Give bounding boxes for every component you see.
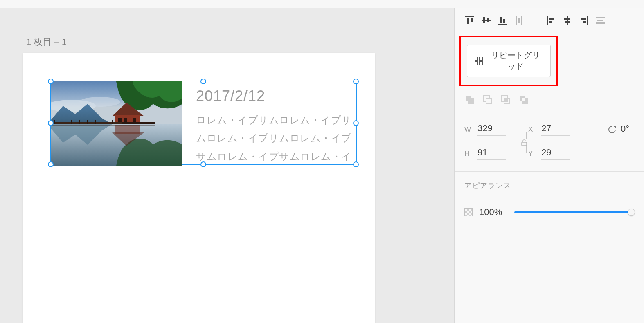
x-value[interactable]: 27 <box>541 123 570 136</box>
selection-handle-mid-right[interactable] <box>353 120 359 126</box>
svg-rect-42 <box>596 22 605 24</box>
svg-rect-20 <box>465 16 474 17</box>
pathfinder-union-icon <box>464 94 475 105</box>
align-center-icon[interactable] <box>562 15 573 26</box>
height-value[interactable]: 91 <box>477 147 506 160</box>
card-title[interactable]: 2017/2/12 <box>196 87 352 105</box>
svg-rect-47 <box>480 62 483 65</box>
svg-rect-7 <box>51 122 122 124</box>
height-field[interactable]: H 91 <box>464 147 522 160</box>
svg-rect-28 <box>503 19 505 23</box>
align-middle-icon[interactable] <box>481 15 491 26</box>
svg-rect-8 <box>122 122 155 124</box>
svg-rect-57 <box>522 98 525 101</box>
svg-rect-24 <box>483 17 485 23</box>
svg-rect-33 <box>549 18 554 20</box>
card-body[interactable]: ロレム・イプサムロレム・イプサムロレム・イプサムロレム・イプサムロレム・イプサム… <box>196 111 352 166</box>
svg-rect-38 <box>587 16 588 25</box>
svg-point-58 <box>609 126 615 133</box>
align-top-icon[interactable] <box>464 15 475 26</box>
opacity-slider[interactable] <box>514 211 634 213</box>
svg-rect-36 <box>564 18 570 20</box>
card-image[interactable] <box>51 81 182 166</box>
selection-handle-bottom-right[interactable] <box>353 162 359 167</box>
svg-rect-39 <box>581 18 586 20</box>
artboard-title[interactable]: 1 枚目 – 1 <box>26 36 67 48</box>
svg-rect-21 <box>467 18 469 24</box>
svg-point-2 <box>79 97 120 107</box>
selection-handle-mid-left[interactable] <box>48 120 54 126</box>
width-field[interactable]: W 329 <box>464 123 522 136</box>
svg-rect-23 <box>482 20 491 21</box>
svg-rect-45 <box>480 57 483 60</box>
y-field[interactable]: Y 29 <box>528 147 585 160</box>
opacity-checker-icon <box>464 208 473 216</box>
selection-handle-bottom-left[interactable] <box>48 162 54 167</box>
top-app-bar <box>0 0 644 8</box>
svg-rect-59 <box>522 142 527 146</box>
repeat-grid-icon <box>475 57 483 65</box>
svg-rect-31 <box>518 18 520 23</box>
svg-rect-25 <box>487 18 489 22</box>
rotation-value[interactable]: 0° <box>621 123 637 136</box>
align-left-icon[interactable] <box>546 15 556 26</box>
width-label: W <box>464 126 472 134</box>
y-value[interactable]: 29 <box>541 147 570 160</box>
svg-rect-19 <box>51 125 155 126</box>
svg-rect-51 <box>486 98 492 104</box>
x-field[interactable]: X 27 <box>528 123 585 136</box>
opacity-value[interactable]: 100% <box>479 207 508 218</box>
distribute-horizontal-icon <box>595 15 606 26</box>
boolean-ops-row <box>455 89 644 113</box>
svg-rect-27 <box>500 17 502 23</box>
selection-handle-bottom-mid[interactable] <box>200 162 206 167</box>
align-right-icon[interactable] <box>579 15 589 26</box>
svg-rect-34 <box>549 21 552 23</box>
opacity-slider-thumb[interactable] <box>628 209 635 216</box>
canvas-area[interactable]: 1 枚目 – 1 <box>0 8 454 323</box>
card-text-block[interactable]: 2017/2/12 ロレム・イプサムロレム・イプサムロレム・イプサムロレム・イプ… <box>196 87 352 166</box>
pathfinder-exclude-icon <box>518 94 529 105</box>
toolbar-divider <box>535 13 535 27</box>
svg-rect-29 <box>516 16 517 25</box>
svg-rect-22 <box>471 18 473 22</box>
rotation-icon <box>608 125 617 134</box>
svg-rect-46 <box>475 62 478 65</box>
distribute-vertical-icon <box>513 15 524 26</box>
selection-bounds[interactable]: 2017/2/12 ロレム・イプサムロレム・イプサムロレム・イプサムロレム・イプ… <box>50 81 357 165</box>
svg-rect-37 <box>565 21 570 23</box>
align-bottom-icon[interactable] <box>497 15 508 26</box>
selection-handle-top-right[interactable] <box>353 79 359 84</box>
width-value[interactable]: 329 <box>477 123 506 136</box>
svg-rect-32 <box>547 16 548 25</box>
repeat-grid-button[interactable]: リピートグリッド <box>467 45 551 77</box>
rotation-field[interactable]: 0° <box>592 123 637 136</box>
selection-handle-top-left[interactable] <box>48 79 54 84</box>
properties-panel: リピートグリッド W 329 X 27 <box>454 8 644 323</box>
selected-group[interactable]: 2017/2/12 ロレム・イプサムロレム・イプサムロレム・イプサムロレム・イプ… <box>51 81 356 164</box>
pathfinder-subtract-icon <box>482 94 493 105</box>
svg-rect-40 <box>583 21 586 23</box>
svg-rect-43 <box>597 20 603 21</box>
appearance-title: アピアランス <box>464 181 634 191</box>
transform-section: W 329 X 27 0° H 91 Y 29 <box>455 113 644 172</box>
height-label: H <box>464 150 472 158</box>
svg-rect-41 <box>596 17 605 18</box>
repeat-grid-label: リピートグリッド <box>488 50 543 72</box>
align-toolbar <box>455 8 644 33</box>
repeat-grid-highlight: リピートグリッド <box>459 36 558 86</box>
pathfinder-intersect-icon <box>500 94 511 105</box>
appearance-section: アピアランス 100% <box>455 172 644 227</box>
svg-rect-49 <box>468 98 474 104</box>
opacity-row: 100% <box>464 207 634 218</box>
svg-rect-44 <box>475 57 478 60</box>
svg-rect-54 <box>504 98 507 101</box>
selection-handle-top-mid[interactable] <box>200 79 206 84</box>
svg-rect-30 <box>521 16 522 25</box>
svg-rect-26 <box>498 24 507 25</box>
aspect-lock-icon[interactable] <box>517 126 531 159</box>
svg-rect-35 <box>567 16 568 25</box>
